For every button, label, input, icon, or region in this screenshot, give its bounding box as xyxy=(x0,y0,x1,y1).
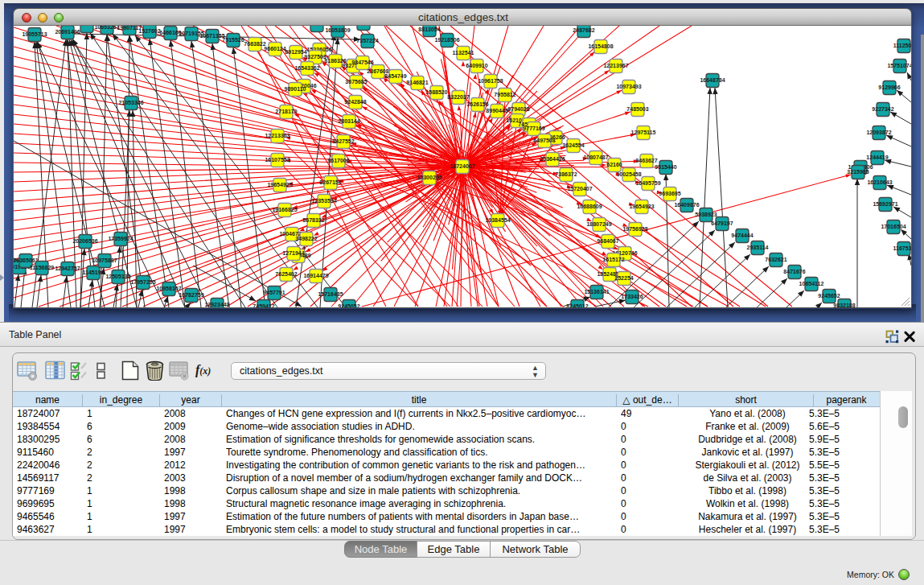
svg-text:26365061: 26365061 xyxy=(14,257,39,263)
svg-text:3215985: 3215985 xyxy=(847,169,869,175)
svg-text:9242848: 9242848 xyxy=(344,99,366,105)
svg-text:1588520: 1588520 xyxy=(425,89,447,95)
svg-text:3498222: 3498222 xyxy=(295,236,317,241)
svg-text:15716485: 15716485 xyxy=(318,291,343,297)
svg-text:8245012: 8245012 xyxy=(566,303,588,307)
svg-text:9457791: 9457791 xyxy=(263,290,285,295)
svg-text:9890110: 9890110 xyxy=(285,86,306,92)
svg-text:18807249: 18807249 xyxy=(586,221,611,227)
svg-text:6497508: 6497508 xyxy=(533,138,555,143)
svg-text:9693695: 9693695 xyxy=(659,191,680,196)
svg-text:7632621: 7632621 xyxy=(765,257,786,262)
svg-text:9684067: 9684067 xyxy=(597,238,618,244)
svg-text:1112504: 1112504 xyxy=(893,43,911,48)
svg-text:8813054: 8813054 xyxy=(418,27,440,32)
svg-text:1733426: 1733426 xyxy=(621,294,643,299)
svg-text:19166825: 19166825 xyxy=(272,207,297,212)
svg-text:2718170: 2718170 xyxy=(275,109,297,114)
svg-text:21053346: 21053346 xyxy=(118,100,143,105)
svg-text:9617006: 9617006 xyxy=(327,158,349,163)
svg-text:3624554: 3624554 xyxy=(562,142,584,148)
svg-text:2087682: 2087682 xyxy=(573,27,594,33)
svg-text:15136141: 15136141 xyxy=(584,289,609,295)
svg-text:10958107: 10958107 xyxy=(156,286,181,291)
svg-text:10653267: 10653267 xyxy=(94,26,119,30)
svg-text:16914479: 16914479 xyxy=(303,273,328,278)
svg-text:8427552: 8427552 xyxy=(332,138,354,144)
svg-text:19218506: 19218506 xyxy=(434,37,459,43)
svg-text:7485003: 7485003 xyxy=(626,106,648,112)
svg-text:3675685: 3675685 xyxy=(345,79,367,84)
svg-text:12093872: 12093872 xyxy=(866,130,891,135)
svg-text:16210643: 16210643 xyxy=(867,179,892,185)
svg-text:10973493: 10973493 xyxy=(616,84,641,89)
svg-text:3626156: 3626156 xyxy=(466,101,488,107)
svg-text:15720407: 15720407 xyxy=(567,186,592,192)
svg-text:19654925: 19654925 xyxy=(267,182,292,187)
svg-text:10975887: 10975887 xyxy=(92,257,117,263)
svg-text:10807487: 10807487 xyxy=(583,154,608,160)
svg-text:9245052: 9245052 xyxy=(338,303,359,307)
svg-text:7663822: 7663822 xyxy=(244,41,265,47)
svg-text:252254: 252254 xyxy=(614,275,633,281)
svg-text:19055713: 19055713 xyxy=(22,31,47,37)
svg-text:2935114: 2935114 xyxy=(747,245,769,250)
svg-text:9777169: 9777169 xyxy=(523,126,544,131)
svg-text:9515440: 9515440 xyxy=(655,164,676,170)
svg-text:6794028: 6794028 xyxy=(507,106,529,112)
svg-text:10688609: 10688609 xyxy=(577,204,602,209)
svg-text:19756928: 19756928 xyxy=(622,226,647,232)
svg-text:16648784: 16648784 xyxy=(700,77,725,83)
svg-text:62160: 62160 xyxy=(606,162,622,167)
svg-text:20364436: 20364436 xyxy=(540,156,565,162)
svg-text:16107553: 16107553 xyxy=(265,157,290,163)
svg-text:9146821: 9146821 xyxy=(406,80,428,85)
svg-text:10654112: 10654112 xyxy=(799,281,824,286)
svg-text:8990448: 8990448 xyxy=(486,108,507,113)
svg-text:6479197: 6479197 xyxy=(711,220,733,226)
svg-text:16154808: 16154808 xyxy=(588,43,613,49)
svg-text:1244419: 1244419 xyxy=(866,154,888,160)
svg-text:18300295: 18300295 xyxy=(417,175,441,180)
svg-text:20691406: 20691406 xyxy=(55,29,80,35)
svg-text:9245652: 9245652 xyxy=(818,293,840,299)
svg-text:16409876: 16409876 xyxy=(674,202,699,208)
svg-text:17016504: 17016504 xyxy=(881,224,906,229)
svg-text:9227342: 9227342 xyxy=(872,106,893,112)
svg-text:10025458: 10025458 xyxy=(616,171,641,177)
svg-text:19654923: 19654923 xyxy=(629,204,654,209)
svg-text:12942757: 12942757 xyxy=(55,266,80,271)
svg-text:1527602: 1527602 xyxy=(138,28,160,34)
svg-text:9832188: 9832188 xyxy=(833,303,855,307)
svg-text:16053809: 16053809 xyxy=(325,27,350,33)
svg-text:7625402: 7625402 xyxy=(275,271,297,277)
svg-text:17957255: 17957255 xyxy=(130,279,155,285)
svg-text:16782759: 16782759 xyxy=(179,292,203,298)
svg-text:12975115: 12975115 xyxy=(631,130,656,135)
svg-text:9327503: 9327503 xyxy=(304,54,326,60)
svg-text:9463627: 9463627 xyxy=(635,158,657,163)
svg-text:6409910: 6409910 xyxy=(466,63,487,68)
svg-text:8471676: 8471676 xyxy=(783,269,805,274)
svg-text:16543362: 16543362 xyxy=(294,65,319,71)
svg-text:16495759: 16495759 xyxy=(635,180,660,186)
svg-text:8678332: 8678332 xyxy=(302,217,324,223)
svg-text:12213967: 12213967 xyxy=(603,63,628,68)
svg-text:8322037: 8322037 xyxy=(447,94,469,100)
svg-text:11156829: 11156829 xyxy=(30,265,54,270)
svg-text:17359924: 17359924 xyxy=(108,236,133,241)
svg-text:15751074: 15751074 xyxy=(887,63,911,68)
svg-text:5938923: 5938923 xyxy=(695,212,717,217)
svg-text:15692971: 15692971 xyxy=(873,201,897,207)
svg-text:7459412: 7459412 xyxy=(253,303,274,307)
svg-text:7357224: 7357224 xyxy=(356,38,378,43)
svg-text:9660124: 9660124 xyxy=(264,46,285,51)
svg-text:19384554: 19384554 xyxy=(485,217,510,223)
svg-text:20206536: 20206536 xyxy=(72,238,97,244)
svg-text:12505135: 12505135 xyxy=(105,274,130,279)
svg-text:9129966: 9129966 xyxy=(878,84,900,90)
svg-text:8454749: 8454749 xyxy=(384,73,406,79)
svg-text:1145194: 1145194 xyxy=(83,270,105,275)
svg-text:1615172: 1615172 xyxy=(602,257,624,262)
svg-text:9474444: 9474444 xyxy=(731,233,753,238)
